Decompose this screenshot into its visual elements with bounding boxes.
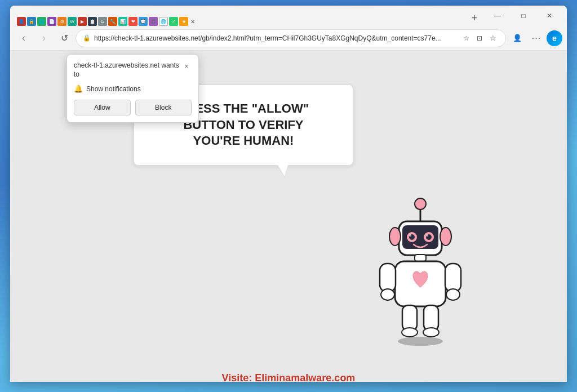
tab-favicon-5: ⚙: [57, 17, 66, 26]
watermark: Visite: Eliminamalware.com: [222, 372, 356, 384]
tab-favicon-6: W: [68, 17, 77, 26]
svg-point-12: [440, 228, 451, 246]
tab-favicon-3: 🌐: [37, 17, 46, 26]
tab-close-icon[interactable]: ✕: [189, 17, 196, 26]
maximize-button[interactable]: □: [511, 6, 536, 26]
forward-button[interactable]: ›: [35, 29, 53, 47]
svg-point-20: [402, 328, 418, 337]
tab-favicon-8: 📋: [88, 17, 97, 26]
fav-icon[interactable]: ☆: [487, 33, 499, 44]
popup-close-button[interactable]: ×: [181, 61, 192, 72]
tab-favicon-active[interactable]: 🌐: [159, 17, 168, 26]
window-controls: — □ ✕: [485, 6, 562, 26]
new-tab-button[interactable]: +: [467, 10, 482, 26]
address-bar[interactable]: 🔒 https://check-tl-1.azurewebsites.net/g…: [76, 29, 506, 47]
back-button[interactable]: ‹: [15, 29, 33, 47]
toolbar-right: 👤 ··· e: [508, 29, 562, 47]
tab-favicon-9: 🗂: [98, 17, 107, 26]
notification-label: Show notifications: [86, 85, 141, 93]
svg-point-2: [415, 198, 426, 210]
minimize-button[interactable]: —: [485, 6, 511, 26]
tabs-container: 👤 🔒 🌐 📄 ⚙ W ▶ 📋 🗂 🔧 📊 ❤ 💬 🎵 🌐 ✓ ★ ✕: [15, 6, 482, 26]
popup-buttons: Allow Block: [74, 100, 192, 115]
svg-rect-19: [402, 305, 417, 331]
title-bar: 👤 🔒 🌐 📄 ⚙ W ▶ 📋 🗂 🔧 📊 ❤ 💬 🎵 🌐 ✓ ★ ✕: [10, 6, 567, 26]
more-button[interactable]: ···: [527, 29, 545, 47]
robot-svg: [364, 190, 477, 348]
address-icons: ☆ ⊡ ☆: [460, 33, 499, 44]
svg-point-9: [409, 234, 411, 237]
tab-favicon-4: 📄: [47, 17, 56, 26]
svg-point-11: [389, 228, 401, 246]
svg-point-16: [381, 289, 394, 300]
tab-favicon-7: ▶: [78, 17, 87, 26]
close-button[interactable]: ✕: [536, 6, 562, 26]
address-text: https://check-tl-1.azurewebsites.net/gb/…: [94, 34, 457, 42]
bubble-line2: YOU'RE HUMAN!: [193, 133, 294, 148]
tab-favicon-12: ❤: [128, 17, 137, 26]
browser-window: 👤 🔒 🌐 📄 ⚙ W ▶ 📋 🗂 🔧 📊 ❤ 💬 🎵 🌐 ✓ ★ ✕: [10, 6, 567, 382]
tab-favicon-10: 🔧: [108, 17, 117, 26]
tab-favicon-11: 📊: [118, 17, 127, 26]
refresh-button[interactable]: ↺: [55, 29, 73, 47]
svg-point-18: [446, 289, 460, 300]
toolbar: ‹ › ↺ 🔒 https://check-tl-1.azurewebsites…: [10, 26, 567, 51]
robot-illustration: [364, 190, 477, 348]
tab-favicon-15: ✓: [169, 17, 178, 26]
tab-favicon-2: 🔒: [27, 17, 36, 26]
svg-rect-13: [415, 255, 426, 261]
allow-button[interactable]: Allow: [74, 100, 131, 115]
content-area: check-tl-1.azurewebsites.net wants to × …: [10, 51, 567, 382]
tab-favicon-1: 👤: [17, 17, 26, 26]
svg-point-22: [423, 328, 439, 337]
svg-rect-21: [424, 305, 438, 331]
block-button[interactable]: Block: [135, 100, 192, 115]
tab-favicon-13: 💬: [139, 17, 148, 26]
popup-notification-row: 🔔 Show notifications: [74, 84, 192, 93]
popup-header: check-tl-1.azurewebsites.net wants to ×: [74, 61, 192, 79]
tab-favicon-14: 🎵: [149, 17, 158, 26]
popup-title: check-tl-1.azurewebsites.net wants to: [74, 61, 179, 79]
split-icon[interactable]: ⊡: [474, 33, 485, 44]
svg-point-0: [398, 337, 443, 346]
svg-point-10: [426, 234, 428, 237]
star-icon[interactable]: ☆: [460, 33, 472, 44]
profile-icon[interactable]: 👤: [508, 29, 526, 47]
bell-icon: 🔔: [74, 84, 83, 93]
edge-profile-icon[interactable]: e: [547, 30, 562, 46]
tab-favicon-16: ★: [179, 17, 188, 26]
svg-rect-15: [380, 264, 396, 292]
notification-popup: check-tl-1.azurewebsites.net wants to × …: [66, 54, 199, 123]
svg-rect-17: [445, 264, 461, 292]
lock-icon: 🔒: [83, 34, 91, 42]
